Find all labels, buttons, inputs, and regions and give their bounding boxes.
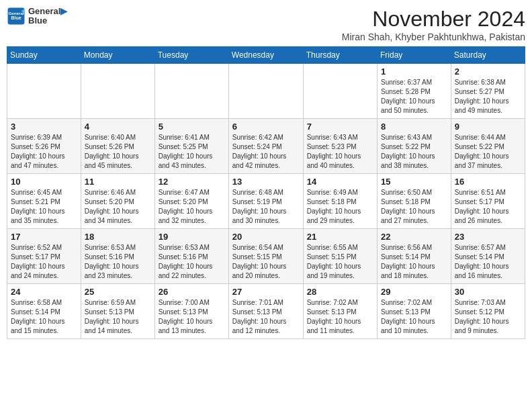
calendar-cell: 27Sunrise: 7:01 AM Sunset: 5:13 PM Dayli… (228, 284, 303, 339)
day-number: 6 (232, 122, 300, 132)
day-number: 15 (381, 177, 447, 187)
day-info: Sunrise: 6:46 AM Sunset: 5:20 PM Dayligh… (85, 188, 151, 226)
calendar-cell: 3Sunrise: 6:39 AM Sunset: 5:26 PM Daylig… (7, 119, 81, 174)
calendar-cell: 5Sunrise: 6:41 AM Sunset: 5:25 PM Daylig… (154, 119, 228, 174)
day-number: 21 (307, 232, 373, 242)
day-info: Sunrise: 6:45 AM Sunset: 5:21 PM Dayligh… (11, 188, 77, 226)
calendar-cell: 17Sunrise: 6:52 AM Sunset: 5:17 PM Dayli… (7, 229, 81, 284)
day-info: Sunrise: 6:53 AM Sunset: 5:16 PM Dayligh… (85, 243, 151, 281)
calendar-week-row: 1Sunrise: 6:37 AM Sunset: 5:28 PM Daylig… (7, 64, 525, 119)
day-info: Sunrise: 6:41 AM Sunset: 5:25 PM Dayligh… (159, 133, 225, 171)
location: Miran Shah, Khyber Pakhtunkhwa, Pakistan (342, 32, 525, 42)
day-number: 22 (381, 232, 447, 242)
weekday-header: Sunday (7, 47, 81, 64)
day-number: 11 (85, 177, 151, 187)
calendar-cell: 25Sunrise: 6:59 AM Sunset: 5:13 PM Dayli… (81, 284, 154, 339)
day-info: Sunrise: 6:58 AM Sunset: 5:14 PM Dayligh… (11, 298, 77, 336)
day-number: 16 (455, 177, 521, 187)
day-info: Sunrise: 7:02 AM Sunset: 5:13 PM Dayligh… (381, 298, 447, 336)
calendar-cell: 1Sunrise: 6:37 AM Sunset: 5:28 PM Daylig… (377, 64, 451, 119)
day-number: 18 (85, 232, 151, 242)
calendar-cell: 14Sunrise: 6:49 AM Sunset: 5:18 PM Dayli… (303, 174, 377, 229)
calendar-cell (303, 64, 377, 119)
calendar-cell: 21Sunrise: 6:55 AM Sunset: 5:15 PM Dayli… (303, 229, 377, 284)
logo: General Blue General▶ Blue (7, 7, 67, 26)
day-number: 30 (455, 287, 521, 297)
calendar-cell: 29Sunrise: 7:02 AM Sunset: 5:13 PM Dayli… (377, 284, 451, 339)
calendar-table: SundayMondayTuesdayWednesdayThursdayFrid… (7, 46, 525, 339)
calendar-cell: 11Sunrise: 6:46 AM Sunset: 5:20 PM Dayli… (81, 174, 154, 229)
day-number: 28 (307, 287, 373, 297)
page-header: General Blue General▶ Blue November 2024… (7, 7, 525, 42)
day-info: Sunrise: 6:56 AM Sunset: 5:14 PM Dayligh… (381, 243, 447, 281)
day-info: Sunrise: 6:37 AM Sunset: 5:28 PM Dayligh… (381, 78, 447, 116)
day-number: 12 (159, 177, 225, 187)
day-number: 8 (381, 122, 447, 132)
day-info: Sunrise: 7:01 AM Sunset: 5:13 PM Dayligh… (232, 298, 300, 336)
day-info: Sunrise: 6:54 AM Sunset: 5:15 PM Dayligh… (232, 243, 300, 281)
day-info: Sunrise: 6:39 AM Sunset: 5:26 PM Dayligh… (11, 133, 77, 171)
calendar-cell: 18Sunrise: 6:53 AM Sunset: 5:16 PM Dayli… (81, 229, 154, 284)
day-number: 19 (159, 232, 225, 242)
day-number: 23 (455, 232, 521, 242)
day-info: Sunrise: 6:50 AM Sunset: 5:18 PM Dayligh… (381, 188, 447, 226)
day-info: Sunrise: 7:02 AM Sunset: 5:13 PM Dayligh… (307, 298, 373, 336)
day-number: 29 (381, 287, 447, 297)
calendar-cell (228, 64, 303, 119)
calendar-cell (154, 64, 228, 119)
calendar-cell: 26Sunrise: 7:00 AM Sunset: 5:13 PM Dayli… (154, 284, 228, 339)
calendar-cell (7, 64, 81, 119)
day-number: 13 (232, 177, 300, 187)
day-number: 10 (11, 177, 77, 187)
day-number: 5 (159, 122, 225, 132)
calendar-cell: 10Sunrise: 6:45 AM Sunset: 5:21 PM Dayli… (7, 174, 81, 229)
weekday-header: Tuesday (154, 47, 228, 64)
day-info: Sunrise: 6:43 AM Sunset: 5:23 PM Dayligh… (307, 133, 373, 171)
calendar-cell: 16Sunrise: 6:51 AM Sunset: 5:17 PM Dayli… (451, 174, 525, 229)
day-number: 3 (11, 122, 77, 132)
calendar-cell: 19Sunrise: 6:53 AM Sunset: 5:16 PM Dayli… (154, 229, 228, 284)
calendar-cell: 7Sunrise: 6:43 AM Sunset: 5:23 PM Daylig… (303, 119, 377, 174)
calendar-cell: 12Sunrise: 6:47 AM Sunset: 5:20 PM Dayli… (154, 174, 228, 229)
calendar-cell: 9Sunrise: 6:44 AM Sunset: 5:22 PM Daylig… (451, 119, 525, 174)
day-number: 27 (232, 287, 300, 297)
day-info: Sunrise: 6:43 AM Sunset: 5:22 PM Dayligh… (381, 133, 447, 171)
logo-icon: General Blue (7, 7, 26, 26)
day-info: Sunrise: 6:52 AM Sunset: 5:17 PM Dayligh… (11, 243, 77, 281)
weekday-header: Friday (377, 47, 451, 64)
calendar-cell: 4Sunrise: 6:40 AM Sunset: 5:26 PM Daylig… (81, 119, 154, 174)
day-info: Sunrise: 6:42 AM Sunset: 5:24 PM Dayligh… (232, 133, 300, 171)
calendar-cell: 22Sunrise: 6:56 AM Sunset: 5:14 PM Dayli… (377, 229, 451, 284)
day-info: Sunrise: 6:59 AM Sunset: 5:13 PM Dayligh… (85, 298, 151, 336)
month-title: November 2024 (342, 7, 525, 32)
calendar-week-row: 17Sunrise: 6:52 AM Sunset: 5:17 PM Dayli… (7, 229, 525, 284)
day-info: Sunrise: 6:49 AM Sunset: 5:18 PM Dayligh… (307, 188, 373, 226)
weekday-header: Saturday (451, 47, 525, 64)
day-number: 14 (307, 177, 373, 187)
calendar-cell: 2Sunrise: 6:38 AM Sunset: 5:27 PM Daylig… (451, 64, 525, 119)
calendar-cell: 8Sunrise: 6:43 AM Sunset: 5:22 PM Daylig… (377, 119, 451, 174)
calendar-cell: 15Sunrise: 6:50 AM Sunset: 5:18 PM Dayli… (377, 174, 451, 229)
day-number: 17 (11, 232, 77, 242)
calendar-cell: 28Sunrise: 7:02 AM Sunset: 5:13 PM Dayli… (303, 284, 377, 339)
day-number: 25 (85, 287, 151, 297)
calendar-week-row: 3Sunrise: 6:39 AM Sunset: 5:26 PM Daylig… (7, 119, 525, 174)
day-info: Sunrise: 6:38 AM Sunset: 5:27 PM Dayligh… (455, 78, 521, 116)
day-info: Sunrise: 6:40 AM Sunset: 5:26 PM Dayligh… (85, 133, 151, 171)
svg-text:Blue: Blue (11, 16, 21, 21)
weekday-header: Thursday (303, 47, 377, 64)
day-number: 2 (455, 66, 521, 77)
logo-text: General▶ Blue (28, 7, 67, 26)
day-number: 1 (381, 66, 447, 77)
day-info: Sunrise: 6:51 AM Sunset: 5:17 PM Dayligh… (455, 188, 521, 226)
weekday-header: Wednesday (228, 47, 303, 64)
day-info: Sunrise: 6:53 AM Sunset: 5:16 PM Dayligh… (159, 243, 225, 281)
title-block: November 2024 Miran Shah, Khyber Pakhtun… (342, 7, 525, 42)
day-info: Sunrise: 6:44 AM Sunset: 5:22 PM Dayligh… (455, 133, 521, 171)
calendar-cell: 23Sunrise: 6:57 AM Sunset: 5:14 PM Dayli… (451, 229, 525, 284)
day-info: Sunrise: 6:57 AM Sunset: 5:14 PM Dayligh… (455, 243, 521, 281)
calendar-body: 1Sunrise: 6:37 AM Sunset: 5:28 PM Daylig… (7, 64, 525, 339)
day-info: Sunrise: 6:47 AM Sunset: 5:20 PM Dayligh… (159, 188, 225, 226)
calendar-cell: 6Sunrise: 6:42 AM Sunset: 5:24 PM Daylig… (228, 119, 303, 174)
weekday-header: Monday (81, 47, 154, 64)
